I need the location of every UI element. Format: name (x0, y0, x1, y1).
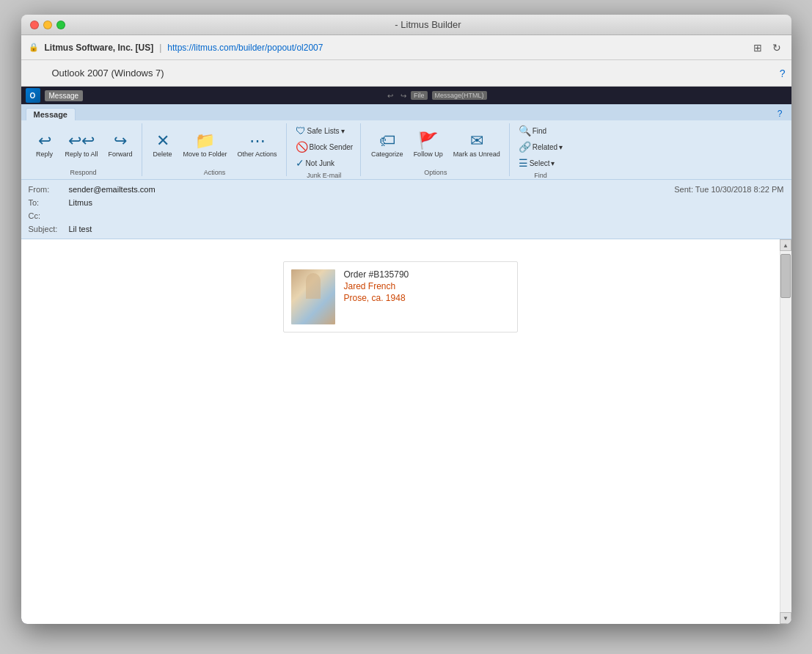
separator: | (159, 43, 161, 53)
scrollbar[interactable]: ▲ ▼ (780, 239, 791, 624)
to-value: Litmus (69, 196, 784, 209)
other-actions-icon: ⋯ (249, 133, 266, 149)
card-order: Order #B135790 (344, 269, 409, 280)
lock-icon: 🔒 (29, 43, 39, 52)
related-button[interactable]: 🔗 Related ▾ (516, 139, 566, 154)
topbar-badge-file: File (411, 91, 428, 100)
maximize-button[interactable] (56, 21, 65, 29)
scroll-down-arrow[interactable]: ▼ (780, 612, 791, 624)
card-desc: Prose, ca. 1948 (344, 293, 409, 303)
junk-buttons: 🛡 Safe Lists ▾ 🚫 Block Sender ✓ Not Junk (293, 123, 356, 170)
from-label: From: (29, 183, 69, 196)
delete-button[interactable]: ✕ Delete (148, 131, 178, 159)
move-to-folder-button[interactable]: 📁 Move to Folder (179, 131, 232, 159)
from-row: From: sender@emailtests.com Sent: Tue 10… (29, 183, 784, 196)
move-folder-icon: 📁 (195, 133, 215, 149)
ribbon: Message ? ↩ Reply ↩↩ Reply to All (21, 104, 791, 180)
mark-unread-button[interactable]: ✉ Mark as Unread (449, 131, 505, 159)
email-content: Order #B135790 Jared French Prose, ca. 1… (21, 239, 780, 624)
site-name: Litmus Software, Inc. [US] (45, 43, 154, 53)
cc-value (69, 209, 784, 222)
browser-bar: 🔒 Litmus Software, Inc. [US] | https://l… (21, 35, 791, 60)
categorize-icon: 🏷 (379, 133, 395, 149)
find-column: 🔍 Find 🔗 Related ▾ ☰ Select ▾ (516, 123, 566, 170)
delete-icon: ✕ (156, 133, 169, 149)
ribbon-tabs: Message ? (21, 104, 791, 120)
follow-up-button[interactable]: 🚩 Follow Up (409, 131, 447, 159)
respond-label: Respond (70, 167, 97, 176)
junk-column: 🛡 Safe Lists ▾ 🚫 Block Sender ✓ Not Junk (293, 123, 356, 170)
follow-up-icon: 🚩 (418, 133, 438, 149)
reply-icon: ↩ (38, 133, 51, 149)
safe-lists-button[interactable]: 🛡 Safe Lists ▾ (293, 123, 356, 138)
block-sender-icon: 🚫 (296, 141, 308, 153)
reply-all-icon: ↩↩ (68, 133, 95, 149)
outlook-preview-header: Outlook 2007 (Windows 7) ? (21, 60, 791, 87)
close-button[interactable] (30, 21, 39, 29)
refresh-icon[interactable]: ↻ (769, 40, 784, 55)
to-row: To: Litmus (29, 196, 784, 209)
help-icon-ribbon[interactable]: ? (773, 107, 787, 120)
browser-url[interactable]: https://litmus.com/builder/popout/ol2007 (167, 43, 323, 53)
outlook-client: O Message ↩ ↪ File Message(HTML) Message… (21, 87, 791, 624)
mark-unread-icon: ✉ (470, 133, 483, 149)
other-actions-button[interactable]: ⋯ Other Actions (233, 131, 282, 159)
reply-button[interactable]: ↩ Reply (30, 131, 59, 159)
mac-window-controls (30, 21, 65, 29)
card-name: Jared French (344, 281, 409, 291)
related-icon: 🔗 (519, 141, 531, 153)
categorize-button[interactable]: 🏷 Categorize (367, 131, 408, 159)
from-value: sender@emailtests.com (69, 183, 675, 196)
find-icon: 🔍 (519, 125, 531, 137)
forward-button[interactable]: ↪ Forward (104, 131, 137, 159)
help-icon[interactable]: ? (780, 68, 786, 79)
topbar-tab-message[interactable]: Message (45, 90, 84, 101)
outlook-preview-title: Outlook 2007 (Windows 7) (52, 68, 164, 79)
safe-lists-icon: 🛡 (296, 125, 306, 137)
scrollbar-thumb[interactable] (780, 254, 791, 298)
options-label: Options (424, 167, 447, 176)
actions-buttons: ✕ Delete 📁 Move to Folder ⋯ Other Action… (148, 123, 282, 167)
subject-row: Subject: Lil test (29, 222, 784, 236)
to-label: To: (29, 196, 69, 209)
mac-titlebar: - Litmus Builder (21, 15, 791, 35)
minimize-button[interactable] (43, 21, 52, 29)
cc-row: Cc: (29, 209, 784, 222)
outlook-logo: O (26, 88, 40, 103)
respond-buttons: ↩ Reply ↩↩ Reply to All ↪ Forward (30, 123, 137, 167)
email-header: From: sender@emailtests.com Sent: Tue 10… (21, 180, 791, 239)
subject-value: Lil test (69, 222, 784, 236)
select-button[interactable]: ☰ Select ▾ (516, 156, 566, 170)
email-card: Order #B135790 Jared French Prose, ca. 1… (283, 261, 518, 333)
topbar-undo[interactable]: ↩ (387, 92, 393, 100)
artwork-thumbnail (291, 269, 335, 324)
ribbon-content: ↩ Reply ↩↩ Reply to All ↪ Forward Respon… (21, 120, 791, 179)
scrollbar-middle (780, 251, 791, 612)
sidebar-toggle-icon[interactable]: ⊞ (750, 40, 765, 55)
options-buttons: 🏷 Categorize 🚩 Follow Up ✉ Mark as Unrea… (367, 123, 505, 167)
ribbon-group-respond: ↩ Reply ↩↩ Reply to All ↪ Forward Respon… (26, 123, 142, 176)
not-junk-button[interactable]: ✓ Not Junk (293, 156, 356, 170)
select-icon: ☰ (519, 157, 528, 169)
cc-label: Cc: (29, 209, 69, 222)
ribbon-group-find: 🔍 Find 🔗 Related ▾ ☰ Select ▾ (511, 123, 570, 176)
find-button[interactable]: 🔍 Find (516, 123, 566, 138)
window-title: - Litmus Builder (74, 19, 783, 30)
not-junk-icon: ✓ (296, 157, 304, 169)
topbar-badge-message-html: Message(HTML) (432, 91, 487, 100)
mac-window: - Litmus Builder 🔒 Litmus Software, Inc.… (21, 15, 791, 624)
block-sender-button[interactable]: 🚫 Block Sender (293, 139, 356, 154)
reply-all-button[interactable]: ↩↩ Reply to All (61, 131, 103, 159)
ribbon-group-junk: 🛡 Safe Lists ▾ 🚫 Block Sender ✓ Not Junk (288, 123, 361, 176)
email-body: Order #B135790 Jared French Prose, ca. 1… (21, 239, 791, 624)
card-info: Order #B135790 Jared French Prose, ca. 1… (344, 269, 409, 324)
forward-icon: ↪ (114, 133, 127, 149)
ribbon-tab-message[interactable]: Message (26, 108, 76, 120)
browser-icons: ⊞ ↻ (750, 40, 784, 55)
scroll-up-arrow[interactable]: ▲ (780, 239, 791, 251)
topbar-redo[interactable]: ↪ (400, 92, 406, 100)
sent-value: Sent: Tue 10/30/2018 8:22 PM (674, 183, 783, 196)
actions-label: Actions (204, 167, 226, 176)
ribbon-group-actions: ✕ Delete 📁 Move to Folder ⋯ Other Action… (144, 123, 287, 176)
outlook-topbar: O Message ↩ ↪ File Message(HTML) (21, 87, 791, 104)
